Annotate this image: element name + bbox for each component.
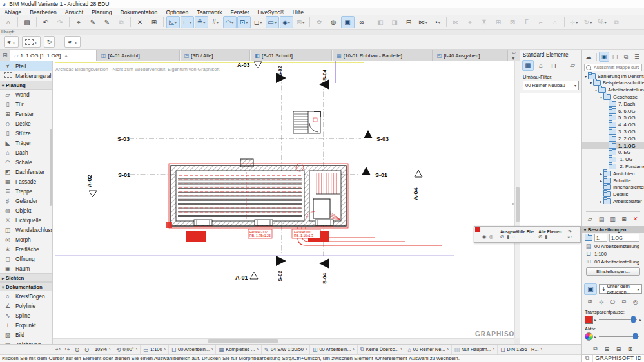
tool-spline[interactable]: ∿Spline — [0, 310, 52, 320]
home-button[interactable]: ⌂ — [2, 16, 15, 28]
active-slider[interactable] — [599, 336, 639, 337]
tool-geländer[interactable]: ♯Geländer — [0, 196, 52, 205]
grid-snap-button[interactable]: #▾ — [209, 16, 222, 28]
split-button[interactable]: ⋉ — [449, 16, 463, 28]
new-viewpoint-icon[interactable]: ▤ — [596, 214, 607, 224]
toolbox-section-sichten[interactable]: ▸Sichten — [0, 273, 52, 282]
menu-ansicht[interactable]: Ansicht — [61, 9, 87, 15]
story-name-field[interactable]: 1.OG — [609, 234, 639, 242]
tool-träger[interactable]: ◣Träger — [0, 138, 52, 148]
tool-fixpunkt[interactable]: +Fixpunkt — [0, 320, 52, 330]
new-clone-folder-icon[interactable]: ▥ — [607, 214, 618, 224]
orientation-control[interactable]: ⟲0,00°› — [113, 345, 140, 354]
tree-item-sanierung-im-denkmals-[interactable]: ▾Sanierung im Denkmals- — [582, 73, 644, 80]
menu-ablage[interactable]: Ablage — [0, 9, 26, 15]
measure-table-button[interactable]: ⊞ — [148, 16, 161, 28]
dropdown-arrow-icon[interactable]: ▾ — [217, 20, 219, 24]
pick-up-parameters-button[interactable]: ⌖ — [72, 16, 86, 28]
tool-fassade[interactable]: ▦Fassade — [0, 176, 52, 186]
tab--i-40-ausgaben-[interactable]: ◰[I-40 Ausgaben] — [433, 50, 508, 61]
lock-button[interactable]: ◧ — [374, 16, 387, 28]
tree-item-0-eg[interactable]: 0. EG — [582, 149, 644, 156]
expand-arrow-icon[interactable]: ▸ — [599, 199, 603, 204]
layer-combination-control[interactable]: ⊟00 Arbeitsein...› — [168, 345, 215, 354]
send-view-icon[interactable]: ⊟ — [613, 344, 624, 354]
marquee-widget[interactable]: ▸ — [22, 36, 41, 48]
standard-elements-list[interactable] — [520, 93, 581, 344]
settings-button[interactable]: Einstellungen... — [586, 267, 640, 275]
tool-wand[interactable]: ▱Wand — [0, 90, 52, 99]
graphic-overrides-control[interactable]: ⧉Keine Übersc...› — [357, 345, 405, 354]
layout-book-icon[interactable]: ⧉ — [621, 52, 631, 62]
expand-arrow-icon[interactable]: ▾ — [583, 74, 588, 79]
tree-item-arbeitsblätter[interactable]: ▸Arbeitsblätter — [582, 198, 644, 205]
renovation-filter-control[interactable]: ⌂00 Reiner Ne...› — [405, 345, 451, 354]
tree-item--1-ug[interactable]: -1. UG — [582, 156, 644, 163]
active-slider-thumb[interactable] — [633, 333, 638, 339]
menu-optionen[interactable]: Optionen — [162, 9, 193, 15]
tool-decke[interactable]: ◇Decke — [0, 119, 52, 128]
dropdown-arrow-icon[interactable]: ▾ — [425, 20, 427, 24]
partial-structure-control[interactable]: ◫Nur Hauptm...› — [451, 345, 497, 354]
tree-item-6-6-og[interactable]: 6. 6.OG — [582, 108, 644, 115]
flyout-arrow-icon[interactable]: › — [211, 347, 213, 352]
suspend-groups-button[interactable]: ◻▾ — [251, 16, 265, 28]
tab--10-01-rohbau-bauteile-[interactable]: ▦[10-01 Rohbau - Bauteile] — [332, 50, 433, 61]
grid-view-icon[interactable]: ▦ — [522, 60, 534, 71]
expand-arrow-icon[interactable]: ▸ — [2, 276, 4, 280]
tool-dach[interactable]: ⌂Dach — [0, 148, 52, 157]
unlock-button[interactable]: ◨ — [388, 16, 402, 28]
tab--3d-alle-[interactable]: ◳[3D / Alle] — [180, 50, 251, 61]
expand-arrow-icon[interactable]: ▸ — [599, 178, 603, 183]
transparency-slider[interactable] — [599, 319, 637, 320]
save-button[interactable]: ▤ — [21, 16, 34, 28]
new-folder-icon[interactable]: ▱ — [585, 214, 596, 224]
zoom-box-icon[interactable]: ⊙ — [82, 345, 92, 354]
expand-arrow-icon[interactable]: ▾ — [599, 95, 603, 99]
panel-collapse-chevron[interactable]: « — [512, 202, 514, 206]
story-id-field[interactable]: 1. — [594, 234, 607, 242]
dropdown-arrow-icon[interactable]: ▾ — [604, 20, 606, 24]
dropdown-arrow-icon[interactable]: ▾ — [246, 20, 248, 24]
save-view-icon[interactable]: ⊞ — [619, 214, 630, 224]
tab-list-dropdown[interactable]: ▱ ▾ — [512, 50, 520, 61]
dimension-standard-control[interactable]: ⊟DIN 1356 - R...› — [497, 345, 545, 354]
canvas-vertical-scrollbar[interactable]: « — [514, 61, 520, 338]
pens-button[interactable]: ⋈▾ — [416, 16, 430, 28]
flyout-arrow-icon[interactable]: › — [257, 347, 259, 352]
tool-stütze[interactable]: ▯Stütze — [0, 128, 52, 138]
element-snap-button[interactable]: ⊠▾ — [294, 16, 307, 28]
angle-button[interactable]: ∟▾ — [181, 16, 194, 28]
flyout-arrow-icon[interactable]: › — [109, 347, 110, 352]
refresh-icon[interactable]: ◎ — [630, 297, 641, 307]
menu-livesync-[interactable]: LiveSync® — [253, 9, 288, 15]
tab--a-01-ansicht-[interactable]: ◫[A-01 Ansicht] — [97, 50, 180, 61]
flyout-arrow-icon[interactable]: › — [447, 347, 448, 352]
tree-item-3-3-og[interactable]: 3. 3.OG — [582, 128, 644, 135]
dropdown-arrow-icon[interactable]: ▾ — [175, 20, 177, 24]
redo-layer-icon[interactable]: ↷ — [567, 229, 571, 234]
project-map-icon[interactable]: ▣ — [599, 52, 609, 62]
rotate-button[interactable]: ↻▾ — [581, 16, 595, 28]
undo-button[interactable]: ↶ — [39, 16, 53, 28]
zoom-level-control[interactable]: 108%› — [92, 345, 113, 354]
tool-öffnung[interactable]: ◻Öffnung — [0, 254, 52, 263]
building-plan[interactable]: Fenster-002 RB. 1.75x1.25 Fenster-001 RB… — [166, 159, 442, 245]
measure-button[interactable]: ◺▾ — [166, 16, 180, 28]
show-all-icon[interactable]: Ø — [538, 234, 542, 240]
transfer-settings-button[interactable]: ⧉ — [115, 16, 128, 28]
structure-display-control[interactable]: ▦Komplettes ...› — [215, 345, 261, 354]
flyout-arrow-icon[interactable]: › — [136, 347, 137, 352]
quick-layers-palette[interactable]: ◉◎ Ausgewählte Ebe Ø▮◌ Alle Ebenen: Ø▮ ↷… — [474, 226, 581, 243]
canvas-horizontal-scrollbar[interactable] — [53, 338, 514, 344]
intersect-button[interactable]: ⊼ — [478, 16, 491, 28]
flyout-arrow-icon[interactable]: › — [306, 347, 307, 352]
tree-item-geschosse[interactable]: ▾Geschosse — [582, 93, 644, 100]
trace-color-swatch[interactable] — [585, 316, 593, 324]
layers-button[interactable]: ⊟ — [402, 16, 416, 28]
tree-item-schnitte[interactable]: ▸Schnitte — [582, 177, 644, 184]
link-button[interactable]: ∞ — [355, 16, 369, 28]
tool-wandabschluss[interactable]: ◫Wandabschluss — [0, 225, 52, 234]
dropdown-arrow-icon[interactable]: ▾ — [231, 20, 233, 24]
transparency-slider-thumb[interactable] — [631, 316, 636, 323]
